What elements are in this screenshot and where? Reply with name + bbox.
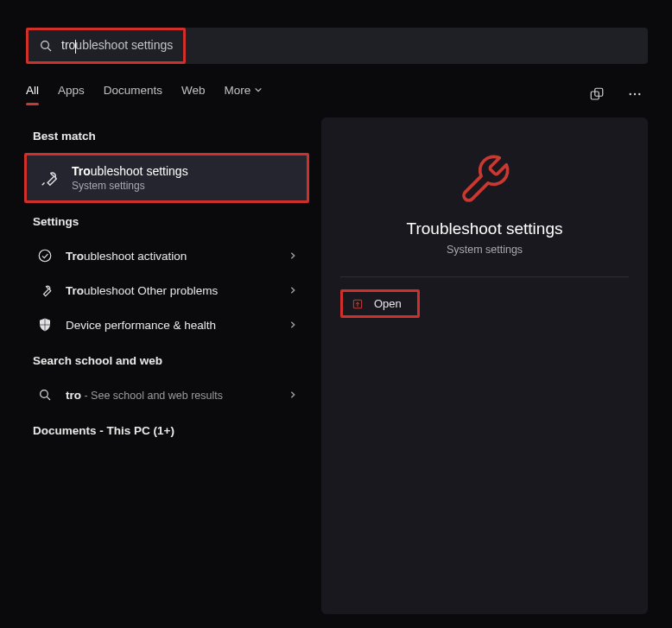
tab-apps[interactable]: Apps [58, 84, 85, 105]
section-best-match: Best match [24, 117, 309, 153]
svg-point-6 [638, 93, 640, 95]
wrench-icon [36, 282, 54, 298]
shield-icon [36, 317, 54, 333]
web-result[interactable]: tro - See school and web results [24, 377, 309, 412]
result-label: Device performance & health [66, 319, 276, 332]
chevron-right-icon [288, 387, 297, 403]
divider [340, 276, 629, 277]
svg-point-7 [39, 250, 51, 262]
svg-point-8 [41, 390, 48, 398]
settings-result-activation[interactable]: Troubleshoot activation [24, 238, 309, 273]
wrench-large-icon [457, 152, 512, 207]
result-label: Troubleshoot activation [66, 250, 276, 263]
svg-point-0 [41, 41, 49, 49]
svg-point-4 [630, 93, 631, 95]
tab-more[interactable]: More [225, 84, 263, 105]
search-icon [39, 39, 53, 53]
result-label: Troubleshoot Other problems [66, 284, 276, 297]
result-label: tro - See school and web results [66, 389, 276, 402]
open-icon [352, 298, 364, 310]
chevron-right-icon [288, 317, 297, 333]
share-icon[interactable] [586, 83, 608, 105]
chevron-right-icon [288, 282, 297, 298]
tab-all[interactable]: All [26, 84, 39, 105]
search-icon [36, 388, 54, 402]
tab-web[interactable]: Web [181, 84, 206, 105]
best-match-subtitle: System settings [72, 180, 188, 192]
preview-subtitle: System settings [447, 244, 523, 256]
svg-point-5 [634, 93, 636, 95]
section-search-web: Search school and web [24, 342, 309, 377]
best-match-title: Troubleshoot settings [72, 164, 188, 178]
filter-tabs: All Apps Documents Web More [0, 64, 672, 105]
settings-result-other-problems[interactable]: Troubleshoot Other problems [24, 273, 309, 308]
section-settings: Settings [24, 203, 309, 238]
search-box[interactable]: troubleshoot settings [26, 28, 186, 64]
svg-line-9 [47, 396, 50, 400]
settings-result-device-health[interactable]: Device performance & health [24, 308, 309, 342]
wrench-icon [39, 168, 60, 187]
chevron-right-icon [288, 248, 297, 263]
preview-title: Troubleshoot settings [407, 219, 563, 238]
svg-line-1 [48, 48, 51, 51]
open-button[interactable]: Open [340, 289, 420, 318]
tab-documents[interactable]: Documents [104, 84, 162, 105]
check-circle-icon [36, 248, 54, 263]
chevron-down-icon [254, 86, 263, 94]
more-options-icon[interactable] [624, 83, 646, 105]
best-match-result[interactable]: Troubleshoot settings System settings [24, 153, 309, 203]
preview-pane: Troubleshoot settings System settings Op… [321, 117, 648, 614]
section-documents: Documents - This PC (1+) [24, 412, 309, 447]
open-label: Open [374, 297, 402, 310]
search-text: troubleshoot settings [61, 38, 173, 53]
